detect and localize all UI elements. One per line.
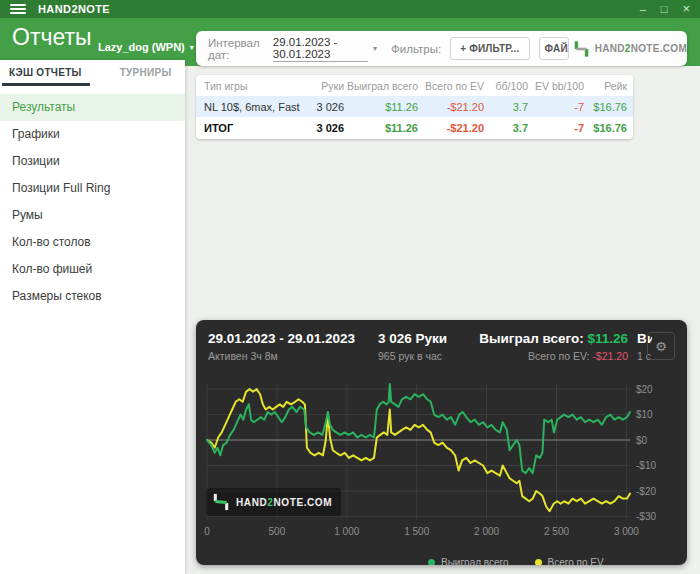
col-game-type: Тип игры — [199, 80, 311, 92]
chevron-down-icon: ▾ — [190, 43, 194, 52]
chart-watermark: HAND2NOTE.COM — [206, 488, 341, 516]
stat-winnings: Выиграл всего: $11.26 Всего по EV: -$21.… — [479, 331, 628, 362]
table-row[interactable]: NL 10$, 6max, Fast 3 026 $11.26 -$21.20 … — [196, 96, 633, 117]
y-tick-label: $0 — [636, 435, 648, 446]
cell-ev-bb100: -7 — [531, 101, 587, 113]
cell-game-type: ИТОГ — [199, 122, 311, 134]
files-button[interactable]: ФАЙЛ — [539, 37, 569, 60]
cell-total-ev: -$21.20 — [421, 101, 487, 113]
table-header-row: Тип игры Руки Выиграл всего Всего по EV … — [196, 75, 633, 96]
brand-text: HAND2NOTE.COM — [595, 43, 687, 54]
col-total-ev: Всего по EV — [421, 80, 487, 92]
cell-hands: 3 026 — [311, 101, 347, 113]
legend-dot-green — [428, 559, 435, 565]
hands-count-value: 3 026 Руки — [378, 331, 447, 346]
window-titlebar: HAND2NOTE – □ × — [0, 0, 700, 18]
col-won-total: Выиграл всего — [347, 80, 421, 92]
y-tick-label: -$30 — [636, 511, 656, 522]
menu-icon[interactable] — [10, 4, 26, 14]
cell-rake: $16.76 — [587, 122, 630, 134]
active-time-value: Активен 3ч 8м — [208, 350, 355, 362]
cell-rake: $16.76 — [587, 101, 630, 113]
date-range-value: 29.01.2023 - 29.01.2023 — [208, 331, 355, 346]
legend-total-ev[interactable]: Всего по EV — [535, 557, 604, 565]
x-tick-label: 1 500 — [404, 526, 429, 537]
legend-won-total[interactable]: Выиграл всего — [428, 557, 509, 565]
y-tick-label: $10 — [636, 409, 653, 420]
col-hands: Руки — [311, 80, 347, 92]
hand2note-icon — [573, 40, 590, 58]
minimize-button[interactable]: – — [640, 0, 646, 18]
cell-ev-bb100: -7 — [531, 122, 587, 134]
hand2note-icon — [212, 493, 230, 511]
page-title: Отчеты — [12, 24, 92, 51]
close-button[interactable]: × — [682, 0, 690, 18]
col-rake: Рейк — [587, 80, 630, 92]
filters-label: Фильтры: — [391, 43, 441, 55]
stat-hands: 3 026 Руки 965 рук в час — [378, 331, 447, 362]
x-tick-label: 2 000 — [474, 526, 499, 537]
account-name: Lazy_dog (WPN) — [98, 41, 185, 53]
brand-logo: HAND2NOTE.COM — [573, 40, 687, 58]
sidebar-nav: Результаты Графики Позиции Позиции Full … — [0, 94, 185, 310]
y-tick-label: $20 — [636, 384, 653, 395]
x-tick-label: 500 — [269, 526, 286, 537]
sidebar-item-graphs[interactable]: Графики — [0, 121, 185, 148]
graph-panel: 29.01.2023 - 29.01.2023 Активен 3ч 8м 3 … — [196, 320, 687, 565]
sidebar-item-stack-sizes[interactable]: Размеры стеков — [0, 283, 185, 310]
total-ev-label: Всего по EV: — [528, 350, 589, 362]
y-tick-label: -$10 — [636, 460, 656, 471]
chart-legend: Выиграл всего Всего по EV — [428, 557, 604, 565]
x-tick-label: 0 — [204, 526, 210, 537]
maximize-button[interactable]: □ — [661, 0, 668, 18]
hands-per-hour-value: 965 рук в час — [378, 350, 447, 362]
date-interval-selector[interactable]: 29.01.2023 - 30.01.2023 — [273, 36, 368, 62]
won-total-label: Выиграл всего: — [479, 331, 583, 346]
x-tick-label: 1 000 — [334, 526, 359, 537]
sidebar: КЭШ ОТЧЕТЫ ТУРНИРЫ Результаты Графики По… — [0, 60, 185, 574]
sidebar-item-positions-full-ring[interactable]: Позиции Full Ring — [0, 175, 185, 202]
interval-label: Интервал дат: — [208, 37, 266, 61]
cell-bb100: 3.7 — [487, 122, 531, 134]
sidebar-item-table-count[interactable]: Кол-во столов — [0, 229, 185, 256]
sidebar-item-positions[interactable]: Позиции — [0, 148, 185, 175]
toolbar: Интервал дат: 29.01.2023 - 30.01.2023 ▾ … — [196, 31, 687, 66]
table-row-total[interactable]: ИТОГ 3 026 $11.26 -$21.20 3.7 -7 $16.76 — [196, 117, 633, 138]
y-tick-label: -$20 — [636, 486, 656, 497]
cell-total-ev: -$21.20 — [421, 122, 487, 134]
add-filter-button[interactable]: + ФИЛЬТР... — [450, 37, 529, 60]
col-ev-bb100: EV bb/100 — [531, 80, 587, 92]
window-title: HAND2NOTE — [38, 3, 110, 15]
account-selector[interactable]: Lazy_dog (WPN)▾ — [98, 41, 194, 53]
x-tick-label: 2 500 — [544, 526, 569, 537]
tab-tournaments[interactable]: ТУРНИРЫ — [120, 67, 172, 78]
total-ev-value: -$21.20 — [592, 350, 628, 362]
cell-hands: 3 026 — [311, 122, 347, 134]
legend-dot-yellow — [535, 559, 542, 565]
tab-cash-reports[interactable]: КЭШ ОТЧЕТЫ — [9, 67, 82, 78]
col-bb100: бб/100 — [487, 80, 531, 92]
series-line — [207, 384, 630, 473]
sidebar-item-rooms[interactable]: Румы — [0, 202, 185, 229]
cell-won-total: $11.26 — [347, 101, 421, 113]
chevron-down-icon[interactable]: ▾ — [373, 44, 377, 53]
cell-won-total: $11.26 — [347, 122, 421, 134]
watermark-text: HAND2NOTE.COM — [236, 497, 332, 508]
active-tab-underline — [2, 83, 90, 86]
x-tick-label: 3 000 — [614, 526, 639, 537]
sidebar-item-results[interactable]: Результаты — [0, 94, 185, 121]
settings-button[interactable]: ⚙ — [647, 332, 675, 360]
cell-game-type: NL 10$, 6max, Fast — [199, 101, 311, 113]
stat-date-range: 29.01.2023 - 29.01.2023 Активен 3ч 8м — [208, 331, 355, 362]
results-table: Тип игры Руки Выиграл всего Всего по EV … — [196, 75, 633, 139]
sidebar-tabs: КЭШ ОТЧЕТЫ ТУРНИРЫ — [0, 60, 185, 85]
sidebar-item-fish-count[interactable]: Кол-во фишей — [0, 256, 185, 283]
gear-icon: ⚙ — [655, 339, 667, 354]
cell-bb100: 3.7 — [487, 101, 531, 113]
won-total-value: $11.26 — [587, 331, 628, 346]
